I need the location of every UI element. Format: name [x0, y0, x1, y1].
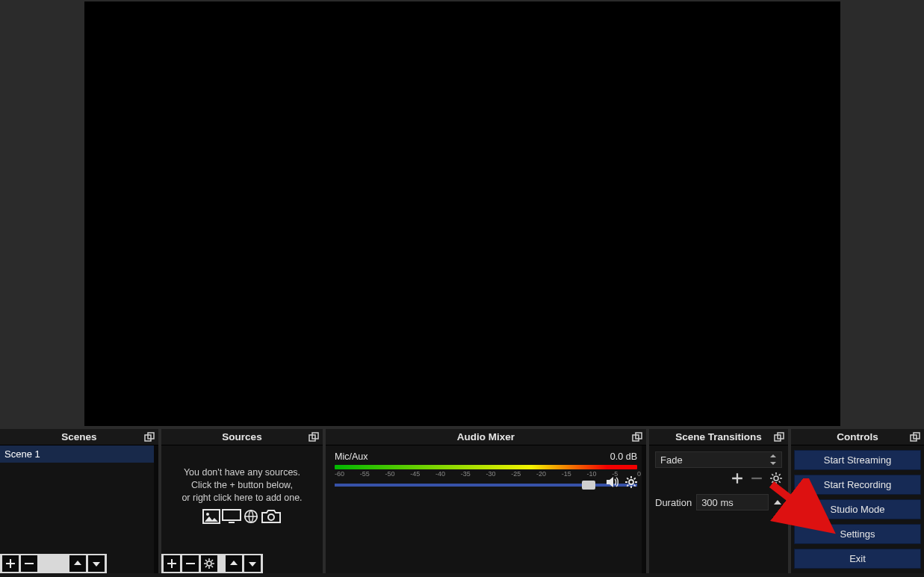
- transition-selected: Fade: [660, 454, 683, 466]
- scene-up-button[interactable]: [69, 555, 86, 572]
- controls-header[interactable]: Controls: [791, 429, 924, 445]
- source-type-icons: [166, 509, 318, 524]
- transition-select[interactable]: Fade: [655, 451, 782, 468]
- sources-panel: Sources You don't have any sources. Clic…: [161, 429, 323, 573]
- transitions-title: Scene Transitions: [675, 431, 762, 442]
- sources-header[interactable]: Sources: [161, 429, 323, 445]
- sources-toolbar: [161, 554, 223, 573]
- add-source-button[interactable]: [164, 555, 180, 572]
- controls-panel: Controls Start Streaming Start Recording…: [791, 429, 924, 573]
- svg-point-8: [268, 514, 274, 520]
- transition-duration-input[interactable]: 300 ms: [696, 494, 769, 510]
- scenes-title: Scenes: [61, 431, 96, 442]
- controls-body: Start Streaming Start Recording Studio M…: [791, 445, 924, 573]
- preview-area: [0, 0, 924, 428]
- transition-duration-value: 300 ms: [701, 497, 734, 508]
- app-root: Scenes Scene 1 Sources: [0, 0, 924, 577]
- sources-body[interactable]: You don't have any sources. Click the + …: [161, 445, 323, 573]
- sources-empty-message: You don't have any sources. Click the + …: [161, 445, 323, 530]
- sources-empty-line3: or right click here to add one.: [166, 492, 318, 505]
- scene-item[interactable]: Scene 1: [0, 445, 158, 463]
- mixer-header[interactable]: Audio Mixer: [326, 429, 646, 445]
- scrollbar[interactable]: [154, 445, 158, 573]
- svg-point-9: [207, 561, 211, 566]
- scenes-toolbar: [0, 554, 107, 573]
- scene-down-button[interactable]: [88, 555, 105, 572]
- volume-slider[interactable]: [335, 484, 637, 487]
- scenes-body: Scene 1: [0, 445, 158, 573]
- status-bar: LIVE: 00:00:00 REC: 00:00:00 CPU: 3.3%, …: [0, 573, 924, 577]
- svg-rect-6: [223, 510, 241, 520]
- transition-properties-button[interactable]: [770, 472, 782, 487]
- mixer-body: Mic/Aux 0.0 dB -60-55-50 -45-40-35 -30-2…: [326, 445, 646, 573]
- audio-mixer-panel: Audio Mixer Mic/Aux 0.0 dB -60-55-50 -45…: [326, 429, 646, 573]
- add-transition-button[interactable]: [731, 472, 743, 487]
- mixer-level-label: 0.0 dB: [610, 451, 637, 462]
- remove-scene-button[interactable]: [21, 555, 37, 572]
- transitions-body: Fade Duration 300 ms: [649, 445, 788, 573]
- popout-icon[interactable]: [909, 431, 921, 443]
- mixer-channel-name: Mic/Aux: [335, 451, 368, 462]
- source-down-button[interactable]: [244, 555, 261, 572]
- popout-icon[interactable]: [631, 431, 643, 443]
- bottom-dock: Scenes Scene 1 Sources: [0, 428, 924, 573]
- transitions-header[interactable]: Scene Transitions: [649, 429, 788, 445]
- sources-order-toolbar: [223, 554, 263, 573]
- scenes-panel: Scenes Scene 1: [0, 429, 158, 573]
- svg-point-15: [774, 476, 778, 481]
- volume-slider-thumb[interactable]: [582, 481, 595, 490]
- start-recording-button[interactable]: Start Recording: [794, 475, 921, 495]
- display-source-icon: [222, 509, 241, 524]
- transition-duration-label: Duration: [655, 497, 692, 508]
- image-source-icon: [202, 509, 220, 524]
- add-scene-button[interactable]: [2, 555, 19, 572]
- scenes-header[interactable]: Scenes: [0, 429, 158, 445]
- source-up-button[interactable]: [226, 555, 242, 572]
- settings-button[interactable]: Settings: [794, 524, 921, 544]
- meter-ticks: -60-55-50 -45-40-35 -30-25-20 -15-10-5 0: [335, 470, 637, 478]
- browser-source-icon: [243, 509, 259, 524]
- preview-canvas[interactable]: [84, 1, 840, 426]
- sources-title: Sources: [222, 431, 261, 442]
- gear-icon[interactable]: [625, 476, 637, 490]
- audio-meter: [335, 465, 637, 469]
- speaker-icon[interactable]: [606, 476, 619, 490]
- popout-icon[interactable]: [773, 431, 785, 443]
- sources-empty-line2: Click the + button below,: [166, 479, 318, 492]
- scrollbar[interactable]: [642, 445, 646, 573]
- remove-source-button[interactable]: [182, 555, 199, 572]
- remove-transition-button[interactable]: [751, 472, 763, 487]
- source-properties-button[interactable]: [201, 555, 217, 572]
- exit-button[interactable]: Exit: [794, 549, 921, 569]
- start-streaming-button[interactable]: Start Streaming: [794, 450, 921, 470]
- popout-icon[interactable]: [308, 431, 320, 443]
- camera-source-icon: [261, 509, 282, 524]
- svg-point-12: [629, 480, 633, 484]
- chevron-up-icon[interactable]: [773, 497, 782, 508]
- transitions-panel: Scene Transitions Fade Duration: [649, 429, 788, 573]
- mixer-title: Audio Mixer: [457, 431, 515, 442]
- svg-point-5: [206, 513, 209, 516]
- controls-title: Controls: [837, 431, 878, 442]
- popout-icon[interactable]: [143, 431, 155, 443]
- studio-mode-button[interactable]: Studio Mode: [794, 499, 921, 519]
- sources-empty-line1: You don't have any sources.: [166, 466, 318, 479]
